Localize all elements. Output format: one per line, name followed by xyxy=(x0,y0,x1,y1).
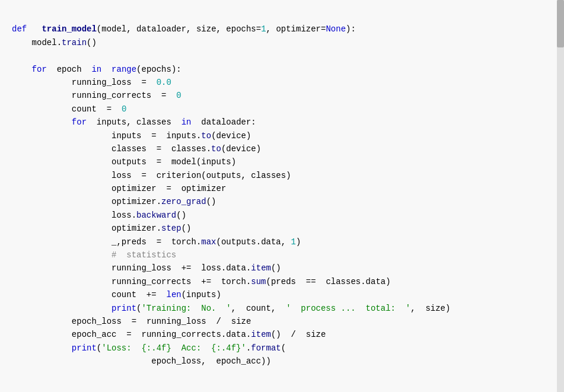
line-6: running_corrects = 0 xyxy=(12,91,181,100)
scrollbar-thumb[interactable] xyxy=(557,0,564,47)
line-10: classes = classes.to(device) xyxy=(12,144,261,154)
line-24: epoch_acc = running_corrects.data.item()… xyxy=(12,330,326,339)
line-2: model.train() xyxy=(12,38,97,47)
line-26: epoch_loss, epoch_acc)) xyxy=(12,356,271,366)
line-14: optimizer.zero_grad() xyxy=(12,197,216,206)
scrollbar[interactable] xyxy=(557,0,564,392)
line-20: running_corrects += torch.sum(preds == c… xyxy=(12,277,391,286)
line-22: print('Training: No. ', count, ' process… xyxy=(12,304,450,313)
line-21: count += len(inputs) xyxy=(12,290,221,299)
line-15: loss.backward() xyxy=(12,211,186,220)
line-13: optimizer = optimizer xyxy=(12,184,226,193)
line-16: optimizer.step() xyxy=(12,224,191,233)
line-1: def train_model(model, dataloader, size,… xyxy=(12,24,356,34)
line-8: for inputs, classes in dataloader: xyxy=(12,117,256,127)
line-23: epoch_loss = running_loss / size xyxy=(12,317,251,326)
line-19: running_loss += loss.data.item() xyxy=(12,263,281,273)
line-4: for epoch in range(epochs): xyxy=(12,65,181,74)
code-content: def train_model(model, dataloader, size,… xyxy=(12,9,552,381)
code-editor: def train_model(model, dataloader, size,… xyxy=(0,0,564,392)
line-5: running_loss = 0.0 xyxy=(12,78,171,87)
line-11: outputs = model(inputs) xyxy=(12,157,236,167)
line-18: # statistics xyxy=(12,250,176,260)
line-17: _,preds = torch.max(outputs.data, 1) xyxy=(12,237,301,247)
line-25: print('Loss: {:.4f} Acc: {:.4f}'.format( xyxy=(12,343,286,353)
line-7: count = 0 xyxy=(12,104,126,114)
line-9: inputs = inputs.to(device) xyxy=(12,131,251,141)
line-12: loss = criterion(outputs, classes) xyxy=(12,171,291,180)
